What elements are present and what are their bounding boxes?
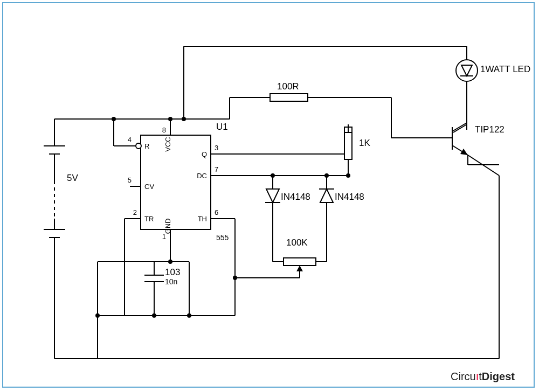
diode-d1-label: IN4148 [281, 192, 310, 202]
svg-text:VCC: VCC [164, 137, 172, 151]
svg-point-86 [233, 276, 237, 280]
svg-text:4: 4 [128, 136, 132, 144]
potentiometer-100k [284, 258, 316, 278]
battery-label: 5V [67, 173, 78, 183]
led-label: 1WATT LED [480, 64, 530, 74]
svg-point-23 [136, 143, 141, 149]
ic-ref: U1 [216, 122, 228, 132]
svg-text:5: 5 [128, 176, 132, 184]
svg-text:Q: Q [202, 150, 207, 158]
svg-line-112 [452, 123, 467, 131]
led-1w [456, 46, 478, 119]
schematic-canvas: 5V R 4 CV 5 TR 2 VCC 8 GND 1 Q [3, 3, 534, 387]
svg-rect-46 [270, 94, 308, 101]
svg-text:8: 8 [162, 126, 166, 134]
cap-value: 10n [165, 277, 177, 286]
svg-text:TH: TH [198, 215, 207, 223]
capacitor-103 [144, 262, 164, 316]
cap-code: 103 [165, 267, 180, 277]
resistor-100r [270, 94, 308, 101]
svg-text:TR: TR [144, 215, 154, 223]
svg-point-62 [346, 173, 350, 178]
svg-point-93 [168, 260, 172, 264]
svg-rect-54 [344, 132, 352, 159]
ic-part: 555 [216, 233, 229, 242]
svg-text:DC: DC [197, 172, 207, 180]
pot-label: 100K [286, 237, 308, 248]
svg-text:6: 6 [215, 208, 218, 216]
resistor-1k-label: 1K [359, 138, 370, 148]
svg-marker-69 [320, 189, 333, 202]
svg-text:R: R [144, 142, 149, 150]
transistor-tip122 [443, 119, 499, 359]
transistor-label: TIP122 [475, 124, 505, 135]
svg-text:CV: CV [144, 183, 154, 191]
diode-d1 [265, 176, 280, 224]
ic-555: R 4 CV 5 TR 2 VCC 8 GND 1 Q 3 DC 7 TH 6 [125, 126, 251, 246]
resistor-100r-label: 100R [277, 81, 299, 92]
brand-logo: CircuıtDigest [451, 370, 515, 382]
svg-text:1: 1 [162, 233, 166, 241]
battery-5v [44, 119, 65, 359]
svg-marker-114 [460, 149, 468, 155]
diode-d2-label: IN4148 [335, 192, 364, 202]
svg-marker-77 [296, 265, 303, 271]
svg-marker-64 [266, 189, 279, 202]
svg-text:7: 7 [215, 165, 218, 173]
diode-d2 [319, 176, 334, 224]
svg-line-109 [453, 124, 467, 132]
svg-text:3: 3 [215, 144, 218, 152]
svg-text:2: 2 [133, 208, 137, 216]
svg-rect-75 [284, 258, 316, 265]
